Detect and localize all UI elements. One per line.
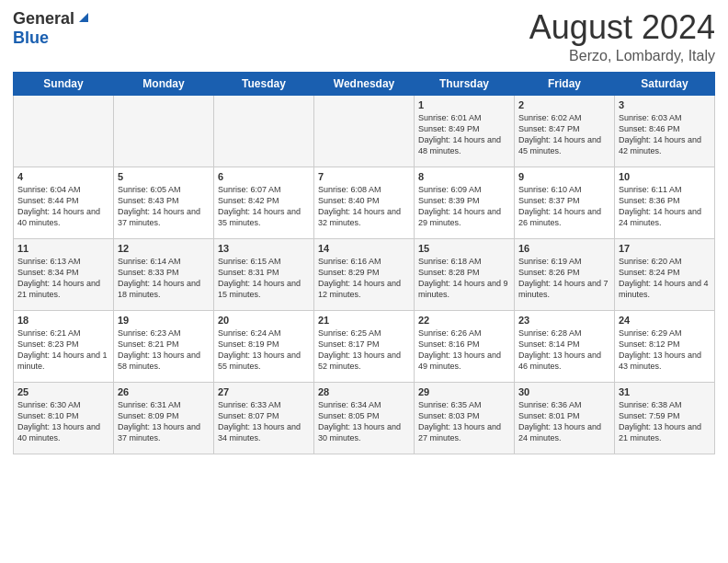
calendar-cell: 25Sunrise: 6:30 AMSunset: 8:10 PMDayligh… [14, 382, 114, 454]
day-number: 31 [619, 386, 711, 397]
day-number: 26 [118, 386, 210, 397]
day-content: Sunrise: 6:34 AMSunset: 8:05 PMDaylight:… [318, 399, 410, 444]
calendar-cell: 5Sunrise: 6:05 AMSunset: 8:43 PMDaylight… [114, 167, 214, 238]
day-content: Sunrise: 6:25 AMSunset: 8:17 PMDaylight:… [318, 327, 410, 373]
calendar-cell: 10Sunrise: 6:11 AMSunset: 8:36 PMDayligh… [615, 167, 715, 238]
day-number: 22 [418, 315, 510, 326]
day-content: Sunrise: 6:01 AMSunset: 8:49 PMDaylight:… [418, 112, 510, 157]
day-number: 6 [218, 171, 310, 182]
calendar-cell: 13Sunrise: 6:15 AMSunset: 8:31 PMDayligh… [214, 238, 314, 310]
weekday-header-sunday: Sunday [14, 72, 114, 95]
calendar-cell [114, 95, 214, 167]
calendar-cell: 27Sunrise: 6:33 AMSunset: 8:07 PMDayligh… [214, 382, 314, 454]
calendar-cell: 30Sunrise: 6:36 AMSunset: 8:01 PMDayligh… [515, 382, 615, 454]
day-content: Sunrise: 6:19 AMSunset: 8:26 PMDaylight:… [518, 256, 610, 301]
day-content: Sunrise: 6:04 AMSunset: 8:44 PMDaylight:… [17, 184, 109, 229]
calendar-cell: 4Sunrise: 6:04 AMSunset: 8:44 PMDaylight… [14, 167, 114, 238]
day-number: 20 [218, 315, 310, 326]
calendar-cell: 12Sunrise: 6:14 AMSunset: 8:33 PMDayligh… [114, 238, 214, 310]
day-content: Sunrise: 6:33 AMSunset: 8:07 PMDaylight:… [218, 399, 310, 444]
day-number: 13 [218, 243, 310, 254]
calendar-cell: 23Sunrise: 6:28 AMSunset: 8:14 PMDayligh… [515, 310, 615, 382]
weekday-header-friday: Friday [515, 72, 615, 95]
day-content: Sunrise: 6:02 AMSunset: 8:47 PMDaylight:… [518, 112, 610, 157]
day-content: Sunrise: 6:30 AMSunset: 8:10 PMDaylight:… [17, 399, 109, 444]
day-number: 29 [418, 386, 510, 397]
day-number: 17 [619, 243, 711, 254]
calendar-cell: 26Sunrise: 6:31 AMSunset: 8:09 PMDayligh… [114, 382, 214, 454]
day-number: 25 [17, 386, 109, 397]
day-content: Sunrise: 6:35 AMSunset: 8:03 PMDaylight:… [418, 399, 510, 444]
day-content: Sunrise: 6:23 AMSunset: 8:21 PMDaylight:… [118, 327, 210, 373]
calendar-week-3: 11Sunrise: 6:13 AMSunset: 8:34 PMDayligh… [14, 238, 715, 310]
day-content: Sunrise: 6:38 AMSunset: 7:59 PMDaylight:… [619, 399, 711, 444]
day-number: 24 [619, 315, 711, 326]
weekday-header-row: SundayMondayTuesdayWednesdayThursdayFrid… [14, 72, 715, 95]
day-number: 8 [418, 171, 510, 182]
calendar-cell: 7Sunrise: 6:08 AMSunset: 8:40 PMDaylight… [314, 167, 415, 238]
page-container: General Blue August 2024 Berzo, Lombardy… [0, 0, 728, 462]
title-block: August 2024 Berzo, Lombardy, Italy [529, 9, 715, 64]
day-content: Sunrise: 6:08 AMSunset: 8:40 PMDaylight:… [318, 184, 410, 229]
logo-blue-line: Blue [13, 29, 49, 48]
calendar-cell: 29Sunrise: 6:35 AMSunset: 8:03 PMDayligh… [415, 382, 515, 454]
day-content: Sunrise: 6:14 AMSunset: 8:33 PMDaylight:… [118, 256, 210, 301]
calendar-week-4: 18Sunrise: 6:21 AMSunset: 8:23 PMDayligh… [14, 310, 715, 382]
weekday-header-tuesday: Tuesday [214, 72, 314, 95]
calendar-week-2: 4Sunrise: 6:04 AMSunset: 8:44 PMDaylight… [14, 167, 715, 238]
day-number: 10 [619, 171, 711, 182]
calendar-cell: 17Sunrise: 6:20 AMSunset: 8:24 PMDayligh… [615, 238, 715, 310]
weekday-header-wednesday: Wednesday [314, 72, 415, 95]
calendar-cell: 11Sunrise: 6:13 AMSunset: 8:34 PMDayligh… [14, 238, 114, 310]
logo-general-text: General [13, 9, 74, 29]
day-content: Sunrise: 6:07 AMSunset: 8:42 PMDaylight:… [218, 184, 310, 229]
day-content: Sunrise: 6:03 AMSunset: 8:46 PMDaylight:… [619, 112, 711, 157]
day-content: Sunrise: 6:18 AMSunset: 8:28 PMDaylight:… [418, 256, 510, 301]
day-content: Sunrise: 6:21 AMSunset: 8:23 PMDaylight:… [17, 327, 109, 373]
logo-blue-text: Blue [13, 29, 49, 48]
day-content: Sunrise: 6:13 AMSunset: 8:34 PMDaylight:… [17, 256, 109, 301]
svg-marker-0 [79, 13, 88, 22]
calendar-cell: 31Sunrise: 6:38 AMSunset: 7:59 PMDayligh… [615, 382, 715, 454]
calendar-cell: 28Sunrise: 6:34 AMSunset: 8:05 PMDayligh… [314, 382, 415, 454]
calendar-cell [14, 95, 114, 167]
day-content: Sunrise: 6:09 AMSunset: 8:39 PMDaylight:… [418, 184, 510, 229]
calendar-cell: 2Sunrise: 6:02 AMSunset: 8:47 PMDaylight… [515, 95, 615, 167]
day-content: Sunrise: 6:28 AMSunset: 8:14 PMDaylight:… [518, 327, 610, 373]
weekday-header-saturday: Saturday [615, 72, 715, 95]
day-number: 9 [518, 171, 610, 182]
calendar-week-1: 1Sunrise: 6:01 AMSunset: 8:49 PMDaylight… [14, 95, 715, 167]
logo-general-line: General [13, 9, 90, 29]
day-content: Sunrise: 6:29 AMSunset: 8:12 PMDaylight:… [619, 327, 711, 373]
header: General Blue August 2024 Berzo, Lombardy… [13, 9, 715, 64]
day-content: Sunrise: 6:36 AMSunset: 8:01 PMDaylight:… [518, 399, 610, 444]
day-content: Sunrise: 6:31 AMSunset: 8:09 PMDaylight:… [118, 399, 210, 444]
day-number: 16 [518, 243, 610, 254]
day-number: 1 [418, 99, 510, 110]
day-number: 15 [418, 243, 510, 254]
logo-arrow-icon [77, 11, 90, 28]
calendar-cell: 20Sunrise: 6:24 AMSunset: 8:19 PMDayligh… [214, 310, 314, 382]
day-number: 3 [619, 99, 711, 110]
calendar-table: SundayMondayTuesdayWednesdayThursdayFrid… [13, 72, 715, 454]
day-number: 14 [318, 243, 410, 254]
day-content: Sunrise: 6:24 AMSunset: 8:19 PMDaylight:… [218, 327, 310, 373]
calendar-cell: 8Sunrise: 6:09 AMSunset: 8:39 PMDaylight… [415, 167, 515, 238]
calendar-cell: 19Sunrise: 6:23 AMSunset: 8:21 PMDayligh… [114, 310, 214, 382]
calendar-cell: 24Sunrise: 6:29 AMSunset: 8:12 PMDayligh… [615, 310, 715, 382]
calendar-header: SundayMondayTuesdayWednesdayThursdayFrid… [14, 72, 715, 95]
day-number: 11 [17, 243, 109, 254]
day-content: Sunrise: 6:10 AMSunset: 8:37 PMDaylight:… [518, 184, 610, 229]
day-number: 2 [518, 99, 610, 110]
calendar-cell: 22Sunrise: 6:26 AMSunset: 8:16 PMDayligh… [415, 310, 515, 382]
day-content: Sunrise: 6:26 AMSunset: 8:16 PMDaylight:… [418, 327, 510, 373]
calendar-cell: 21Sunrise: 6:25 AMSunset: 8:17 PMDayligh… [314, 310, 415, 382]
day-number: 21 [318, 315, 410, 326]
calendar-cell: 15Sunrise: 6:18 AMSunset: 8:28 PMDayligh… [415, 238, 515, 310]
logo: General Blue [13, 9, 90, 48]
day-content: Sunrise: 6:05 AMSunset: 8:43 PMDaylight:… [118, 184, 210, 229]
day-number: 4 [17, 171, 109, 182]
weekday-header-thursday: Thursday [415, 72, 515, 95]
calendar-cell: 14Sunrise: 6:16 AMSunset: 8:29 PMDayligh… [314, 238, 415, 310]
calendar-cell: 6Sunrise: 6:07 AMSunset: 8:42 PMDaylight… [214, 167, 314, 238]
